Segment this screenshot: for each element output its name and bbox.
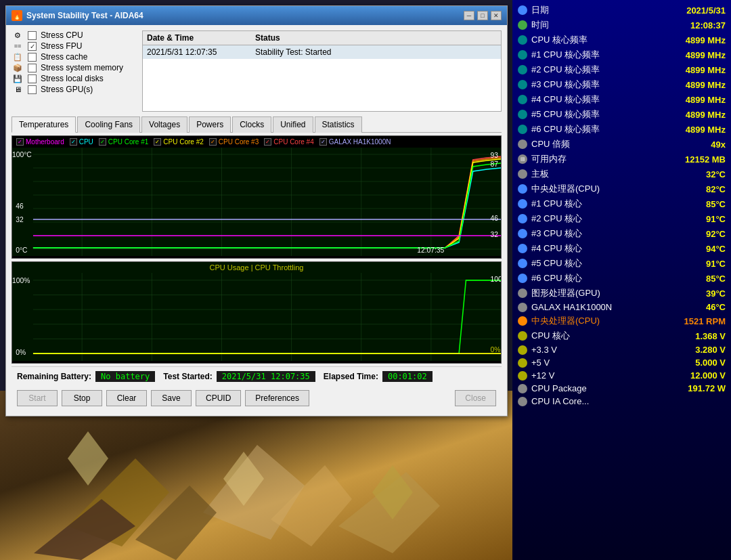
hw-row-mb-temp: 主板 32°C bbox=[518, 167, 726, 181]
legend-motherboard: ✓ Motherboard bbox=[16, 138, 64, 146]
legend-cpu: ✓ CPU bbox=[70, 138, 93, 146]
clear-button[interactable]: Clear bbox=[106, 390, 147, 406]
cpuid-button[interactable]: CPUID bbox=[196, 390, 241, 406]
hw-row-core6-temp: #6 CPU 核心 85°C bbox=[518, 271, 726, 286]
label-core6-temp: #6 CPU 核心 bbox=[531, 272, 582, 284]
window-title: System Stability Test - AIDA64 bbox=[26, 11, 143, 20]
icon-cpu1-freq bbox=[518, 50, 527, 60]
icon-mb-temp bbox=[518, 169, 527, 179]
value-galax-temp: 46°C bbox=[706, 302, 726, 312]
stress-memory-row: 📦 Stress system memory bbox=[12, 63, 137, 72]
stress-gpu-row: 🖥 Stress GPU(s) bbox=[12, 85, 137, 94]
close-window-button[interactable]: ✕ bbox=[491, 11, 502, 20]
legend-cb-core3[interactable]: ✓ bbox=[209, 138, 217, 146]
hw-monitor-content: 日期 2021/5/31 时间 12:08:37 CPU 核心频率 4899 M… bbox=[512, 0, 731, 410]
tab-statistics[interactable]: Statistics bbox=[315, 116, 362, 133]
icon-date bbox=[518, 5, 527, 15]
label-core4-temp: #4 CPU 核心 bbox=[531, 242, 582, 255]
legend-cb-galax[interactable]: ✓ bbox=[319, 138, 327, 146]
app-icon: 🔥 bbox=[12, 10, 22, 21]
stress-disks-checkbox[interactable] bbox=[28, 74, 37, 83]
icon-core2-temp bbox=[518, 214, 527, 223]
hw-row-cpu-temp: 中央处理器(CPU) 82°C bbox=[518, 181, 726, 196]
tab-cooling-fans[interactable]: Cooling Fans bbox=[77, 116, 140, 133]
label-cpu-mult: CPU 倍频 bbox=[531, 138, 570, 150]
icon-cpu-package bbox=[518, 384, 527, 393]
value-cpu-package: 191.72 W bbox=[688, 383, 726, 393]
value-cpu2-freq: 4899 MHz bbox=[686, 65, 726, 75]
maximize-button[interactable]: □ bbox=[477, 11, 488, 20]
stress-cache-checkbox[interactable] bbox=[28, 53, 37, 62]
value-core4-temp: 94°C bbox=[706, 244, 726, 254]
stress-cpu-checkbox[interactable] bbox=[28, 31, 37, 40]
graph-legend: ✓ Motherboard ✓ CPU ✓ CPU C bbox=[12, 136, 501, 148]
buttons-row: Start Stop Clear Save CPUID Preferences … bbox=[12, 386, 502, 410]
tab-temperatures[interactable]: Temperatures bbox=[12, 116, 76, 133]
legend-core3: ✓ CPU Core #3 bbox=[209, 138, 259, 146]
tab-voltages[interactable]: Voltages bbox=[141, 116, 187, 133]
usage-graph-container: CPU Usage | CPU Throttling bbox=[12, 261, 502, 364]
close-button[interactable]: Close bbox=[455, 390, 496, 406]
svg-text:0%: 0% bbox=[16, 348, 26, 356]
minimize-button[interactable]: ─ bbox=[464, 11, 474, 20]
left-panel: 🔥 System Stability Test - AIDA64 ─ □ ✕ ⚙… bbox=[0, 0, 512, 560]
icon-gpu-temp bbox=[518, 288, 527, 298]
icon-core3-temp bbox=[518, 229, 527, 238]
hw-row-cpu-fan: 中央处理器(CPU) 1521 RPM bbox=[518, 314, 726, 328]
stress-memory-checkbox[interactable] bbox=[28, 64, 37, 72]
hw-row-cpu-package: CPU Package 191.72 W bbox=[518, 382, 726, 395]
legend-core4: ✓ CPU Core #4 bbox=[264, 138, 313, 146]
value-gpu-temp: 39°C bbox=[706, 288, 726, 299]
icon-time bbox=[518, 20, 527, 30]
stop-button[interactable]: Stop bbox=[62, 390, 102, 406]
elapsed-status: Elapsed Time: 00:01:02 bbox=[324, 371, 433, 382]
svg-rect-10 bbox=[12, 148, 501, 256]
icon-galax-temp bbox=[518, 303, 527, 312]
battery-value: No battery bbox=[95, 371, 155, 382]
elapsed-label: Elapsed Time: bbox=[324, 372, 378, 381]
usage-graph-title: CPU Usage | CPU Throttling bbox=[12, 262, 501, 273]
label-cpu-fan: 中央处理器(CPU) bbox=[531, 315, 600, 327]
tab-unified[interactable]: Unified bbox=[273, 116, 313, 133]
test-started-status: Test Started: 2021/5/31 12:07:35 bbox=[163, 371, 315, 382]
value-5v: 5.000 V bbox=[695, 358, 726, 368]
value-time: 12:08:37 bbox=[690, 20, 726, 30]
svg-text:93: 93 bbox=[491, 152, 499, 159]
stress-fpu-checkbox[interactable] bbox=[28, 42, 37, 51]
col-status: Status bbox=[255, 33, 497, 43]
legend-cb-core2[interactable]: ✓ bbox=[154, 138, 161, 146]
status-message: Stability Test: Started bbox=[255, 47, 497, 57]
legend-cb-motherboard[interactable]: ✓ bbox=[16, 138, 24, 146]
legend-core2: ✓ CPU Core #2 bbox=[154, 138, 203, 146]
start-button[interactable]: Start bbox=[17, 390, 58, 406]
test-started-label: Test Started: bbox=[163, 372, 212, 381]
tab-clocks[interactable]: Clocks bbox=[232, 116, 271, 133]
value-cpu-fan: 1521 RPM bbox=[684, 316, 726, 326]
legend-cb-core4[interactable]: ✓ bbox=[264, 138, 271, 146]
tab-powers[interactable]: Powers bbox=[189, 116, 231, 133]
status-bar: Remaining Battery: No battery Test Start… bbox=[12, 366, 502, 386]
svg-text:32: 32 bbox=[16, 216, 24, 223]
save-button[interactable]: Save bbox=[151, 390, 192, 406]
value-core3-temp: 92°C bbox=[706, 229, 726, 239]
stress-disks-row: 💾 Stress local disks bbox=[12, 74, 137, 83]
stress-gpu-checkbox[interactable] bbox=[28, 85, 37, 94]
label-cpu3-freq: #3 CPU 核心频率 bbox=[531, 79, 600, 91]
stress-cache-row: 📋 Stress cache bbox=[12, 52, 137, 62]
legend-cb-cpu[interactable]: ✓ bbox=[70, 138, 77, 146]
preferences-button[interactable]: Preferences bbox=[245, 390, 309, 406]
hw-row-cpu6-freq: #6 CPU 核心频率 4899 MHz bbox=[518, 122, 726, 137]
label-cpu6-freq: #6 CPU 核心频率 bbox=[531, 123, 600, 135]
status-table: Date & Time Status 2021/5/31 12:07:35 St… bbox=[142, 30, 502, 112]
hw-row-cpu-mult: CPU 倍频 49x bbox=[518, 137, 726, 152]
stress-options-panel: ⚙ Stress CPU ≡≡ Stress FPU 📋 Stres bbox=[12, 30, 137, 106]
label-core3-temp: #3 CPU 核心 bbox=[531, 228, 582, 240]
stress-disks-icon: 💾 bbox=[12, 74, 24, 83]
label-galax-temp: GALAX HA1K1000N bbox=[531, 302, 612, 312]
legend-cb-core1[interactable]: ✓ bbox=[99, 138, 106, 146]
value-mb-temp: 32°C bbox=[706, 169, 726, 179]
stress-memory-icon: 📦 bbox=[12, 63, 24, 72]
value-date: 2021/5/31 bbox=[686, 5, 726, 16]
legend-label-cpu: CPU bbox=[79, 138, 93, 146]
svg-rect-34 bbox=[12, 273, 501, 361]
